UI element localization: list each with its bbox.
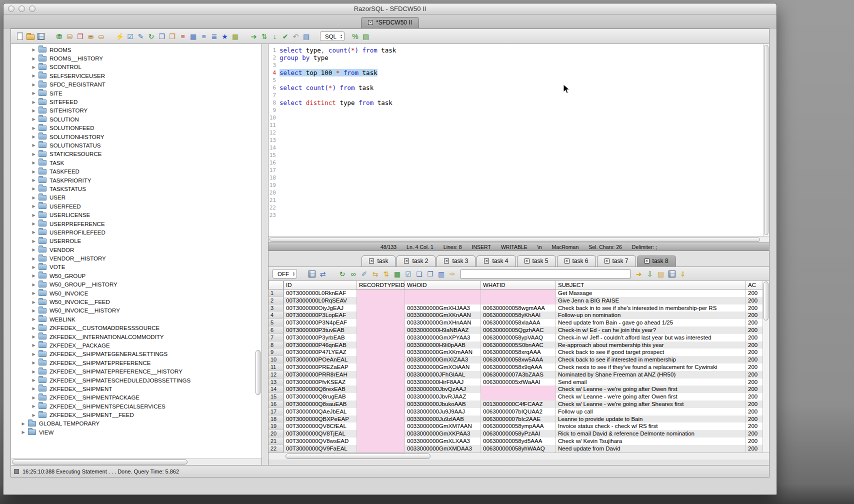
- grid-vertical-scrollbar[interactable]: [762, 281, 769, 452]
- tree-item[interactable]: ▶SFDC_REGISTRANT: [11, 80, 262, 89]
- db-new-icon[interactable]: ⛂: [86, 32, 96, 41]
- disclosure-triangle-icon[interactable]: ▶: [30, 239, 37, 244]
- disclosure-triangle-icon[interactable]: ▶: [30, 74, 37, 78]
- tree-item[interactable]: ▶SITEFEED: [11, 98, 262, 106]
- cell[interactable]: 200: [746, 304, 762, 312]
- table-row[interactable]: 2000T3000000QV8TjEAL0033000000GmXKPAA300…: [268, 430, 762, 438]
- cell[interactable]: [356, 356, 404, 364]
- code-line[interactable]: 10: [268, 114, 769, 122]
- cell[interactable]: Check-in w/ Ed - can he join this year?: [556, 326, 746, 334]
- disclosure-triangle-icon[interactable]: ▶: [30, 413, 37, 418]
- tree-vertical-scrollbar[interactable]: [255, 44, 261, 458]
- filter-edit-icon[interactable]: ⇄: [318, 269, 328, 278]
- code-line[interactable]: 13: [268, 136, 769, 144]
- cell[interactable]: 200: [746, 290, 762, 297]
- connection-icon[interactable]: %: [350, 32, 360, 41]
- execute-all-icon[interactable]: ⇅: [260, 32, 269, 41]
- cell[interactable]: Check nexis to see if they've found a re…: [556, 364, 746, 371]
- editor-horizontal-scrollbar[interactable]: [268, 236, 769, 242]
- results-table[interactable]: IDRECORDTYPEIDWHOIDWHATIDSUBJECTAC100T30…: [268, 281, 762, 452]
- cell[interactable]: 00T3000000QAeJbEAL: [284, 408, 356, 416]
- cell[interactable]: 200: [746, 393, 762, 400]
- disclosure-triangle-icon[interactable]: ▶: [30, 370, 37, 374]
- tree-item[interactable]: ▶ZKFEDEX__INTERNATIONALCOMMODITY: [11, 332, 262, 341]
- export-green-icon[interactable]: ⇩: [645, 269, 654, 278]
- table-row[interactable]: 1300T3000000PfvKSEAZ0033000000HirF8AAJ00…: [268, 378, 762, 386]
- cell[interactable]: 00T3000000PREZaEAP: [284, 364, 356, 371]
- table-row[interactable]: 300T3000000OiyJgEAJ0033000000GmXHJAA3006…: [268, 304, 762, 312]
- cell[interactable]: 0033000000JFhGlAAL: [404, 371, 480, 378]
- scrollbar-thumb[interactable]: [270, 237, 760, 242]
- tree-item[interactable]: ▶TASKSTATUS: [11, 184, 262, 193]
- code-line[interactable]: 3: [268, 62, 769, 69]
- code-line[interactable]: 20: [268, 189, 769, 196]
- tree-item[interactable]: ▶ZKFEDEX__SHIPMATEPREFERENCE: [11, 358, 262, 367]
- cell[interactable]: 00T3000000QV8CfEAL: [284, 422, 356, 430]
- column-header[interactable]: WHOID: [404, 281, 480, 289]
- tree-item[interactable]: ▶USERPREFERENCE: [11, 220, 262, 228]
- cell[interactable]: 200: [746, 334, 762, 342]
- cell[interactable]: 0033000000JbukoAAB: [404, 400, 480, 408]
- table-row[interactable]: 200T3000000L0RqSEAVGive Jenn a BIG RAISE…: [268, 297, 762, 304]
- go-arrow-icon[interactable]: ➔: [634, 269, 644, 278]
- cell[interactable]: [356, 422, 404, 430]
- tree-item[interactable]: ▶ZKFEDEX__SHIPMATESCHEDULEDJOBSSETTINGS: [11, 376, 262, 384]
- cell[interactable]: 00630000007bIc2AAE: [480, 416, 556, 423]
- cell[interactable]: 0033000000Ju9zlAAB: [404, 416, 480, 423]
- cell[interactable]: Check back in to see if she's interested…: [556, 304, 746, 312]
- cell[interactable]: 200: [746, 386, 762, 393]
- table-row[interactable]: 700T3000000P3yrbEAB0033000000GmXPYAA3006…: [268, 334, 762, 342]
- cell[interactable]: [356, 342, 404, 349]
- cell[interactable]: Check w/ Leanne - we're going after Shea…: [556, 400, 746, 408]
- cell[interactable]: [356, 290, 404, 297]
- cell[interactable]: Leanne to provide update to Bain: [556, 416, 746, 423]
- disclosure-triangle-icon[interactable]: ▶: [30, 143, 37, 148]
- cell[interactable]: 200: [746, 297, 762, 304]
- cell[interactable]: 00T3000000L0RqSEAV: [284, 297, 356, 304]
- cell[interactable]: 006300000058x9qAAA: [480, 364, 556, 371]
- disclosure-triangle-icon[interactable]: ▶: [30, 186, 37, 191]
- table-row[interactable]: 1600T3000000Q8sauEAB0033000000JbukoAAB00…: [268, 400, 762, 408]
- result-tab[interactable]: task 7: [597, 256, 636, 266]
- tree-item[interactable]: ▶SOLUTIONFEED: [11, 124, 262, 132]
- disclosure-triangle-icon[interactable]: ▶: [30, 317, 37, 322]
- code-line[interactable]: 8select distinct type from task: [268, 99, 769, 106]
- db-export-icon[interactable]: ⛁: [65, 32, 74, 41]
- cell[interactable]: 00T3000000Q8rugEAB: [284, 393, 356, 400]
- code-line[interactable]: 11: [268, 122, 769, 129]
- result-tab[interactable]: task 4: [476, 256, 516, 266]
- cell[interactable]: Get Massage: [556, 290, 746, 297]
- copy-red-icon[interactable]: ❐: [76, 32, 85, 41]
- cell[interactable]: 200: [746, 422, 762, 430]
- cell[interactable]: 00630000007bIQUAA2: [480, 408, 556, 416]
- disclosure-triangle-icon[interactable]: ▶: [30, 291, 37, 296]
- cell[interactable]: [356, 304, 404, 312]
- disclosure-triangle-icon[interactable]: ▶: [30, 386, 37, 391]
- cell[interactable]: 200: [746, 371, 762, 378]
- disclosure-triangle-icon[interactable]: ▶: [30, 230, 37, 234]
- cell[interactable]: 0033000000GmXKPAA3: [404, 430, 480, 438]
- new-file-icon[interactable]: [15, 32, 24, 41]
- cell[interactable]: 200: [746, 319, 762, 326]
- tree-horizontal-scrollbar[interactable]: [11, 458, 262, 465]
- cell[interactable]: [404, 290, 480, 297]
- cell[interactable]: 200: [746, 364, 762, 371]
- view-glasses-icon[interactable]: ∞: [348, 269, 358, 278]
- tree-item[interactable]: ▶STATICRESOURCE: [11, 150, 262, 158]
- disclosure-triangle-icon[interactable]: ▶: [30, 170, 37, 174]
- disclosure-triangle-icon[interactable]: ▶: [30, 274, 37, 278]
- cell[interactable]: Rick to email David & reference Delmonte…: [556, 430, 746, 438]
- tree-item[interactable]: ▶USERPROFILEFEED: [11, 228, 262, 236]
- code-line[interactable]: 2group by type: [268, 54, 769, 62]
- cell[interactable]: 200: [746, 430, 762, 438]
- table-row[interactable]: 2100T3000000QV8wsEAD0033000000GmXLXAA300…: [268, 438, 762, 445]
- code-line[interactable]: 21: [268, 196, 769, 204]
- execute-lightning-icon[interactable]: ⚡: [115, 32, 124, 41]
- edit-page-icon[interactable]: ✎: [136, 32, 146, 41]
- code-line[interactable]: 9: [268, 106, 769, 114]
- cell[interactable]: Check back to see if interested in membe…: [556, 356, 746, 364]
- cell[interactable]: [356, 438, 404, 445]
- cell[interactable]: 0033000000GmXOiAAN: [404, 364, 480, 371]
- cell[interactable]: Give Jenn a BIG RAISE: [556, 297, 746, 304]
- save-results-2-icon[interactable]: [667, 269, 676, 278]
